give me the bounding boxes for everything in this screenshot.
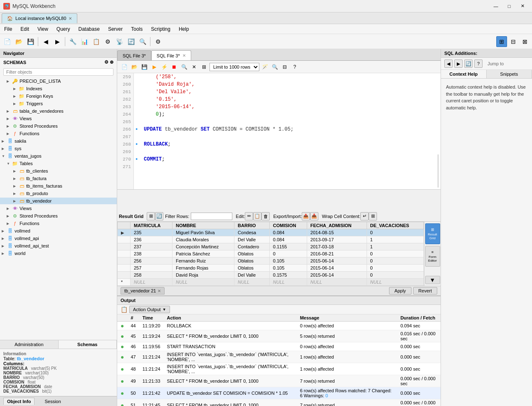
tree-item-views-vj[interactable]: ▶ 👁 Views: [0, 205, 117, 212]
menu-view[interactable]: View: [33, 24, 52, 34]
menu-help[interactable]: Help: [175, 24, 193, 34]
tree-item-tb-factura[interactable]: ▶ 🗃 tb_factura: [0, 175, 117, 182]
snippets-tab[interactable]: Snippets: [487, 70, 532, 78]
col-header-comision[interactable]: COMISION: [269, 222, 307, 229]
sql-toggle-btn[interactable]: ⊞: [200, 62, 209, 72]
toolbar-btn6[interactable]: ⚙: [102, 36, 113, 47]
sql-format-btn[interactable]: ⊟: [280, 62, 289, 72]
table-row-null[interactable]: * NULL NULL NULL NULL NULL NULL: [118, 279, 424, 286]
filter-rows-input[interactable]: [191, 213, 232, 220]
table-row[interactable]: ▶ 235 Miguel Pavón Silva Condesa 0.084 2…: [118, 229, 424, 236]
toolbar-save[interactable]: 💾: [25, 36, 36, 47]
nav-tab-administration[interactable]: Administration: [0, 340, 59, 349]
col-header-fecha[interactable]: FECHA_ADMISION: [307, 222, 367, 229]
sa-help-btn[interactable]: ?: [474, 59, 483, 68]
sa-refresh-btn[interactable]: 🔄: [464, 59, 473, 68]
instance-tab[interactable]: 🏠 Local instance MySQL80 ✕: [2, 13, 77, 23]
sql-tab-2-close[interactable]: ✕: [182, 53, 186, 58]
sql-wand-btn[interactable]: 🪄: [260, 62, 269, 72]
obj-info-tab-objectinfo[interactable]: Object Info: [3, 398, 34, 405]
instance-tab-close[interactable]: ✕: [69, 16, 72, 21]
output-row[interactable]: ● 45 11:19:24 SELECT * FROM tb_vendedor …: [117, 330, 441, 342]
sql-save-btn[interactable]: 💾: [140, 62, 149, 72]
menu-file[interactable]: File: [0, 24, 16, 34]
limit-select[interactable]: Limit to 1000 rows Don't Limit Limit to …: [209, 63, 259, 71]
export-icon2[interactable]: 📥: [310, 212, 318, 220]
scroll-down-btn[interactable]: ▼: [425, 276, 440, 284]
table-row[interactable]: 237 Concepción Martinez Contadero 0.1155…: [118, 243, 424, 250]
sql-editor[interactable]: 259 260 261 262 263 264 265 266 267 268 …: [117, 73, 441, 190]
toolbar-btn9[interactable]: 🔍: [137, 36, 148, 47]
tree-item-foreignkeys[interactable]: ▶ 📁 Foreign Keys: [0, 92, 117, 100]
sql-search-btn[interactable]: 🔍: [270, 62, 279, 72]
table-row[interactable]: 256 Fernando Ruiz Oblatos 0.105 2015-06-…: [118, 257, 424, 265]
tree-item-sys[interactable]: ▶ 🗄 sys: [0, 145, 117, 152]
toolbar-btn3[interactable]: 🔧: [67, 36, 78, 47]
output-row[interactable]: ● 44 11:19:20 ROLLBACK 0 row(s) affected…: [117, 322, 441, 330]
menu-database[interactable]: Database: [74, 24, 104, 34]
revert-button[interactable]: Revert: [413, 287, 437, 295]
grid-icon[interactable]: ⊞: [369, 212, 377, 220]
tree-item-precio[interactable]: ▶ 🔑 PRECIO_DE_LISTA: [0, 77, 117, 85]
sql-new-btn[interactable]: 📄: [120, 62, 129, 72]
minimize-button[interactable]: —: [490, 2, 502, 10]
tree-item-vollmed[interactable]: ▶ 🗄 vollmed: [0, 227, 117, 235]
tree-item-views1[interactable]: ▶ 👁 Views: [0, 115, 117, 122]
action-output-tab[interactable]: Action Output ▼: [129, 306, 170, 313]
result-grid-icon1[interactable]: ⊞: [147, 212, 155, 220]
form-editor-btn[interactable]: ≡ Form Editor: [425, 246, 440, 267]
toolbar-forward[interactable]: ▶: [52, 36, 63, 47]
col-header-nombre[interactable]: NOMBRE: [172, 222, 234, 229]
menu-server[interactable]: Server: [104, 24, 127, 34]
col-header-vacaciones[interactable]: DE_VACACIONES: [367, 222, 424, 229]
output-row[interactable]: ● 46 11:19:56 START TRANSACTION 0 row(s)…: [117, 342, 441, 351]
context-help-tab[interactable]: Context Help: [441, 70, 487, 78]
wrap-icon[interactable]: ↵: [360, 212, 369, 220]
export-icon1[interactable]: 📤: [302, 212, 310, 220]
table-row[interactable]: 257 Fernando Rojas Oblatos 0.105 2015-06…: [118, 265, 424, 272]
output-row[interactable]: ● 49 11:21:33 SELECT * FROM tb_vendedor …: [117, 375, 441, 387]
output-row[interactable]: ● 48 11:21:24 INSERT INTO `ventas_jugos`…: [117, 363, 441, 375]
tree-item-sakila[interactable]: ▶ 🗄 sakila: [0, 137, 117, 145]
tree-item-indexes[interactable]: ▶ 📁 Indexes: [0, 85, 117, 92]
output-table-container[interactable]: # Time Action Message Duration / Fetch ●…: [117, 314, 441, 406]
tb-vendedor-tab[interactable]: tb_vendedor 21 ✕: [121, 287, 165, 295]
tree-item-functions1[interactable]: ▶ ƒ Functions: [0, 130, 117, 137]
edit-icon2[interactable]: 📋: [253, 212, 261, 220]
tree-item-ventas-jugos[interactable]: ▼ 🗄 ventas_jugos: [0, 152, 117, 160]
output-row[interactable]: ● 47 11:21:24 INSERT INTO `ventas_jugos`…: [117, 351, 441, 363]
toolbar-back[interactable]: ◀: [40, 36, 51, 47]
menu-scripting[interactable]: Scripting: [147, 24, 175, 34]
output-copy-icon[interactable]: 📋: [121, 306, 128, 313]
code-content[interactable]: ('258', 'David Roja', 'Del Valle', '0.15…: [140, 73, 297, 189]
toolbar-view3[interactable]: ⊠: [520, 36, 530, 47]
schema-filter-input[interactable]: [3, 68, 113, 76]
toolbar-btn5[interactable]: 📋: [91, 36, 101, 47]
result-grid-btn[interactable]: ⊞ Result Grid: [425, 223, 440, 244]
toolbar-view1[interactable]: ⊞: [496, 36, 507, 47]
toolbar-view2[interactable]: ⊟: [508, 36, 519, 47]
sql-open-btn[interactable]: 📂: [130, 62, 139, 72]
sa-next-btn[interactable]: ▶: [454, 59, 463, 68]
edit-icon3[interactable]: 🗑: [261, 212, 270, 220]
obj-info-tab-session[interactable]: Session: [41, 398, 64, 405]
menu-edit[interactable]: Edit: [16, 24, 33, 34]
col-header-matricula[interactable]: MATRICULA: [130, 222, 172, 229]
tree-item-vollmed-api[interactable]: ▶ 🗄 vollmed_api: [0, 235, 117, 242]
result-grid-container[interactable]: MATRICULA NOMBRE BARRIO COMISION FECHA_A…: [117, 222, 424, 286]
sql-help-btn[interactable]: ?: [290, 62, 299, 72]
tb-vendedor-tab-close[interactable]: ✕: [158, 289, 161, 293]
tree-item-vollmed-api-test[interactable]: ▶ 🗄 vollmed_api_test: [0, 242, 117, 250]
table-row[interactable]: 258 David Roja Del Valle 0.1575 2015-06-…: [118, 272, 424, 279]
table-row[interactable]: 236 Claudia Morales Del Valle 0.084 2013…: [118, 236, 424, 243]
tree-item-tb-vendedor[interactable]: ▶ 🗃 tb_vendedor: [0, 197, 117, 205]
sql-tab-2[interactable]: SQL File 3* ✕: [151, 50, 191, 60]
output-row-highlighted[interactable]: ● 50 11:21:42 UPDATE tb_vendedor SET COM…: [117, 387, 441, 399]
edit-icon1[interactable]: ✏: [245, 212, 253, 220]
tree-item-world[interactable]: ▶ 🗄 world: [0, 250, 117, 257]
sql-stop2-btn[interactable]: ✕: [190, 62, 199, 72]
tree-item-tabla-vendedores[interactable]: ▶ 🗃 tabla_de_vendedores: [0, 107, 117, 115]
sa-prev-btn[interactable]: ◀: [444, 59, 453, 68]
sql-stop-btn[interactable]: ⏹: [170, 62, 179, 72]
table-row[interactable]: 238 Patricia Sánchez Oblatos 0 2016-08-2…: [118, 250, 424, 257]
